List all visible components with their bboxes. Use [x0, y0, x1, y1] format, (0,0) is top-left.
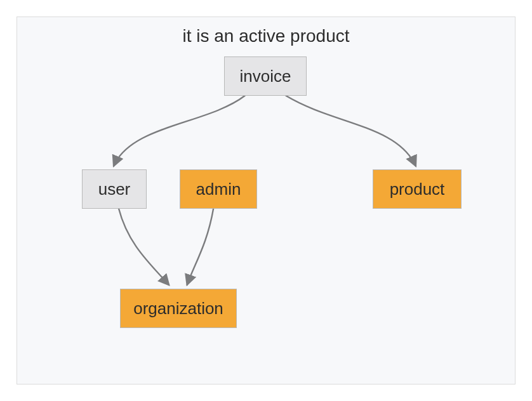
diagram-frame: it is an active product invoice user adm…: [17, 16, 515, 385]
edge-invoice-product: [286, 96, 416, 167]
node-label: product: [390, 180, 445, 199]
node-user: user: [82, 169, 147, 209]
edge-admin-organization: [187, 208, 213, 286]
edge-user-organization: [119, 208, 170, 286]
diagram-title: it is an active product: [17, 26, 515, 46]
edge-invoice-user: [114, 96, 245, 167]
node-invoice: invoice: [224, 56, 307, 96]
node-organization: organization: [120, 289, 237, 328]
node-admin: admin: [180, 169, 257, 209]
node-product: product: [373, 169, 462, 209]
node-label: admin: [196, 180, 241, 199]
node-label: invoice: [240, 67, 291, 86]
node-label: organization: [133, 299, 223, 319]
node-label: user: [98, 180, 131, 199]
